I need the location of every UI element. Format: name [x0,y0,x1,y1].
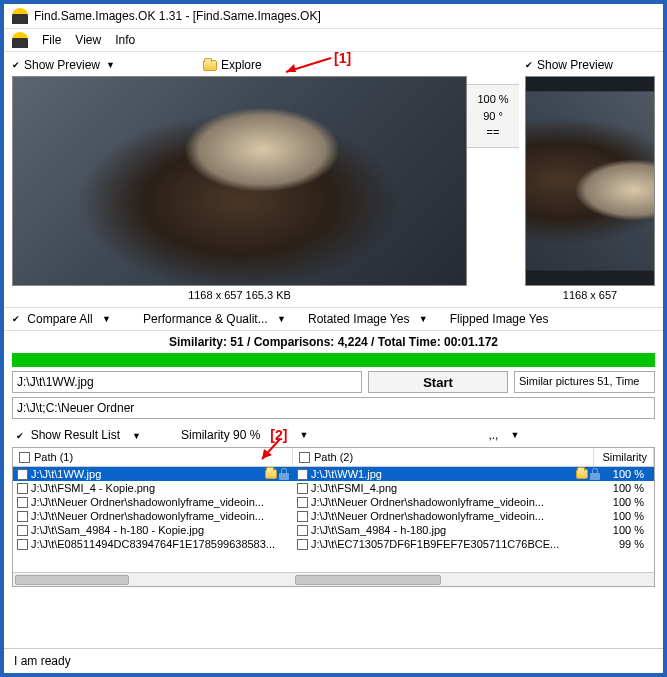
preview-left-toolbar: ✔ Show Preview ▼ Explore [12,54,467,76]
table-right-body[interactable]: J:\J\t\WW1.jpg100 %J:\J\t\FSMI_4.png100 … [293,467,654,572]
titlebar: Find.Same.Images.OK 1.31 - [Find.Same.Im… [4,4,663,29]
match-rotation: 90 ° [469,108,517,125]
path-cell: J:\J\t\Neuer Ordner\shadowonlyframe_vide… [311,496,600,508]
table-row[interactable]: J:\J\t\Neuer Ordner\shadowonlyframe_vide… [13,509,293,523]
path-cell: J:\J\t\E08511494DC8394764F1E178599638583… [31,538,289,550]
similarity-cell: 100 % [600,510,650,522]
checkbox[interactable] [297,525,308,536]
similarity-cell: 100 % [600,524,650,536]
lock-icon [590,468,600,480]
col-path1[interactable]: Path (1) [13,448,293,466]
preview-area: ✔ Show Preview ▼ Explore 1168 x 657 165.… [4,52,663,307]
col-path2[interactable]: Path (2) [293,448,594,466]
checkbox[interactable] [17,539,28,550]
current-path-input[interactable] [12,371,362,393]
table-row[interactable]: J:\J\t\FSMI_4.png100 % [293,481,654,495]
match-percent: 100 % [469,91,517,108]
explore-button[interactable]: Explore [221,58,262,72]
flipped-option[interactable]: Flipped Image Yes [450,312,549,326]
menubar: File View Info [4,29,663,52]
preview-image-right[interactable] [525,76,655,286]
path-cell: J:\J\t\FSMI_4.png [311,482,600,494]
checkbox[interactable] [297,469,308,480]
menu-view[interactable]: View [75,33,101,47]
statusbar: I am ready [4,648,663,673]
image-thumbnail-rotated [525,91,655,270]
similarity-cell: 100 % [600,496,650,508]
checkbox[interactable] [17,469,28,480]
stats-row: Similarity: 51 / Comparisons: 4,224 / To… [4,330,663,353]
table-row[interactable]: J:\J\t\FSMI_4 - Kopie.png [13,481,293,495]
path-cell: J:\J\t\Sam_4984 - h-180.jpg [311,524,600,536]
path-cell: J:\J\t\Neuer Ordner\shadowonlyframe_vide… [31,496,289,508]
scrollbar-horizontal[interactable] [293,572,654,586]
checkbox[interactable] [297,497,308,508]
show-preview-toggle[interactable]: Show Preview [24,58,100,72]
preview-right: ✔ Show Preview 1168 x 657 [525,54,655,307]
checkbox[interactable] [17,497,28,508]
checkmark-icon: ✔ [525,60,533,70]
image-meta-left: 1168 x 657 165.3 KB [12,286,467,307]
checkbox[interactable] [17,525,28,536]
image-meta-right: 1168 x 657 [525,286,655,307]
dropdown-icon[interactable]: ▼ [106,60,115,70]
search-folders-input[interactable] [12,397,655,419]
table-left-body[interactable]: J:\J\t\1WW.jpgJ:\J\t\FSMI_4 - Kopie.pngJ… [13,467,293,572]
path-cell: J:\J\t\Neuer Ordner\shadowonlyframe_vide… [311,510,600,522]
table-row[interactable]: J:\J\t\Sam_4984 - h-180 - Kopie.jpg [13,523,293,537]
path-cell: J:\J\t\WW1.jpg [311,468,574,480]
table-row[interactable]: J:\J\t\WW1.jpg100 % [293,467,654,481]
folder-icon[interactable] [265,469,277,479]
table-row[interactable]: J:\J\t\Sam_4984 - h-180.jpg100 % [293,523,654,537]
checkbox[interactable] [19,452,30,463]
path-cell: J:\J\t\1WW.jpg [31,468,263,480]
compare-all-option[interactable]: ✔ Compare All ▼ [12,312,111,326]
preview-right-toolbar: ✔ Show Preview [525,54,655,76]
table-row[interactable]: J:\J\t\Neuer Ordner\shadowonlyframe_vide… [293,495,654,509]
table-row[interactable]: J:\J\t\E08511494DC8394764F1E178599638583… [13,537,293,551]
checkbox[interactable] [299,452,310,463]
checkbox[interactable] [17,483,28,494]
rotated-option[interactable]: Rotated Image Yes ▼ [308,312,428,326]
similarity-cell: 100 % [600,468,650,480]
match-info: 100 % 90 ° == [467,84,519,148]
table-right: Path (2) Similarity J:\J\t\WW1.jpg100 %J… [293,448,654,586]
performance-option[interactable]: Performance & Qualit... ▼ [143,312,286,326]
table-row[interactable]: J:\J\t\1WW.jpg [13,467,293,481]
show-result-list[interactable]: ✔ Show Result List ▼ [16,428,141,442]
table-row[interactable]: J:\J\t\Neuer Ordner\shadowonlyframe_vide… [13,495,293,509]
start-button[interactable]: Start [368,371,508,393]
checkbox[interactable] [17,511,28,522]
dropdown-icon[interactable]: ▼ [510,430,519,440]
preview-image-left[interactable] [12,76,467,286]
dropdown-icon[interactable]: ▼ [299,430,308,440]
path-cell: J:\J\t\FSMI_4 - Kopie.png [31,482,289,494]
path-cell: J:\J\t\Neuer Ordner\shadowonlyframe_vide… [31,510,289,522]
table-left: Path (1) J:\J\t\1WW.jpgJ:\J\t\FSMI_4 - K… [13,448,293,586]
preview-left: ✔ Show Preview ▼ Explore 1168 x 657 165.… [12,54,467,307]
menu-file[interactable]: File [42,33,61,47]
col-similarity[interactable]: Similarity [594,448,654,466]
table-row[interactable]: J:\J\t\Neuer Ordner\shadowonlyframe_vide… [293,509,654,523]
table-row[interactable]: J:\J\t\EC713057DF6F1B9FEF7E305711C76BCE.… [293,537,654,551]
progress-bar [12,353,655,367]
similarity-threshold[interactable]: Similarity 90 % [181,428,260,442]
checkbox[interactable] [297,483,308,494]
folder-icon[interactable] [576,469,588,479]
checkbox[interactable] [297,539,308,550]
menu-info[interactable]: Info [115,33,135,47]
path-start-row: Start Similar pictures 51, Time [4,367,663,397]
results-table: Path (1) J:\J\t\1WW.jpgJ:\J\t\FSMI_4 - K… [12,447,655,587]
lock-icon [279,468,289,480]
more-options[interactable]: ,., [488,428,498,442]
app-window: Find.Same.Images.OK 1.31 - [Find.Same.Im… [0,0,667,677]
path-cell: J:\J\t\Sam_4984 - h-180 - Kopie.jpg [31,524,289,536]
table-left-header: Path (1) [13,448,293,467]
folder-icon[interactable] [203,60,217,71]
checkbox[interactable] [297,511,308,522]
similarity-cell: 99 % [600,538,650,550]
compare-options: ✔ Compare All ▼ Performance & Qualit... … [4,307,663,330]
similarity-cell: 100 % [600,482,650,494]
scrollbar-horizontal[interactable] [13,572,293,586]
show-preview-toggle-right[interactable]: Show Preview [537,58,613,72]
